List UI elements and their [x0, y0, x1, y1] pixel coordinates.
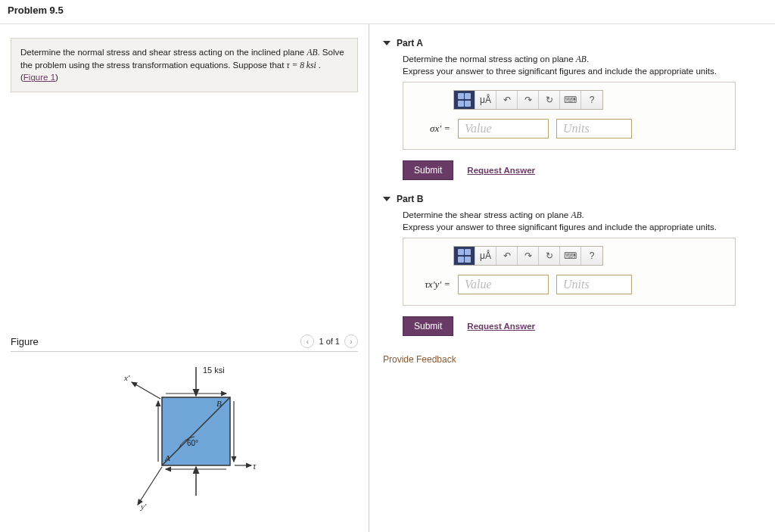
undo-button[interactable]: ↶	[496, 247, 518, 265]
sigma-symbol: σx' =	[420, 123, 450, 135]
undo-button[interactable]: ↶	[496, 91, 518, 109]
caret-down-icon	[383, 197, 391, 201]
part-a-value-input[interactable]: Value	[458, 119, 549, 138]
figure-pager: ‹ 1 of 1 ›	[300, 334, 358, 348]
templates-icon[interactable]	[454, 247, 475, 265]
part-b-submit-button[interactable]: Submit	[403, 316, 453, 336]
part-b-ab: AB	[571, 210, 581, 219]
page: Problem 9.5 Determine the normal stress …	[0, 0, 775, 532]
part-b-directions: Express your answer to three significant…	[403, 222, 767, 232]
content-columns: Determine the normal stress and shear st…	[0, 24, 775, 532]
figure-link[interactable]: Figure 1	[23, 73, 55, 82]
part-a-body: Determine the normal stress acting on pl…	[383, 54, 767, 194]
right-column: Part A Determine the normal stress actin…	[369, 24, 775, 532]
part-a-units-input[interactable]: Units	[556, 119, 632, 138]
part-a-title: Part A	[397, 38, 423, 48]
problem-statement: Determine the normal stress and shear st…	[11, 38, 358, 92]
tau-symbol: τx'y' =	[420, 278, 450, 291]
page-title: Problem 9.5	[0, 0, 775, 24]
part-b-prompt-post: .	[582, 210, 584, 219]
part-a-answer-panel: μÅ ↶ ↷ ↻ ⌨ ? σx' = Value Units	[403, 82, 736, 150]
pager-text: 1 of 1	[319, 337, 340, 346]
part-a-ab: AB	[576, 54, 587, 64]
part-b-toolbar: μÅ ↶ ↷ ↻ ⌨ ?	[453, 246, 603, 266]
part-b-units-input[interactable]: Units	[556, 275, 632, 294]
part-a-button-row: Submit Request Answer	[403, 160, 767, 180]
part-a-request-answer-link[interactable]: Request Answer	[467, 166, 535, 175]
figure-header: Figure ‹ 1 of 1 ›	[11, 334, 358, 352]
left-column: Determine the normal stress and shear st…	[0, 24, 369, 532]
part-b-answer-panel: μÅ ↶ ↷ ↻ ⌨ ? τx'y' = Value Units	[403, 238, 736, 306]
part-b-header[interactable]: Part B	[383, 194, 767, 204]
keyboard-button[interactable]: ⌨	[560, 247, 581, 265]
svg-line-9	[132, 382, 160, 399]
symbols-button[interactable]: μÅ	[475, 91, 496, 109]
reset-button[interactable]: ↻	[539, 247, 560, 265]
provide-feedback-link[interactable]: Provide Feedback	[383, 354, 456, 365]
tau-equation: τ = 8 ksi	[287, 61, 316, 70]
figure-label: Figure	[11, 336, 39, 347]
plane-ab: AB	[307, 48, 317, 57]
help-button[interactable]: ?	[581, 91, 602, 109]
part-a-prompt: Determine the normal stress acting on pl…	[403, 54, 767, 64]
keyboard-button[interactable]: ⌨	[560, 91, 581, 109]
help-button[interactable]: ?	[581, 247, 602, 265]
part-a-directions: Express your answer to three significant…	[403, 67, 767, 76]
symbols-button[interactable]: μÅ	[475, 247, 496, 265]
stress-value-label: 15 ksi	[203, 366, 225, 375]
part-b-input-row: τx'y' = Value Units	[420, 275, 724, 294]
angle-label: 60°	[187, 439, 198, 447]
point-b-label: B	[216, 399, 222, 408]
part-a-header[interactable]: Part A	[383, 38, 767, 48]
part-a-prompt-post: .	[587, 54, 589, 64]
part-b-prompt-pre: Determine the shear stress acting on pla…	[403, 210, 571, 219]
part-a-input-row: σx' = Value Units	[420, 119, 724, 138]
problem-text-4: )	[55, 73, 58, 82]
part-b-value-input[interactable]: Value	[458, 275, 549, 294]
problem-text: Determine the normal stress and shear st…	[20, 48, 307, 57]
part-b-body: Determine the shear stress acting on pla…	[383, 210, 767, 350]
part-b-request-answer-link[interactable]: Request Answer	[467, 322, 535, 331]
caret-down-icon	[383, 41, 391, 45]
part-b-prompt: Determine the shear stress acting on pla…	[403, 210, 767, 219]
part-a-prompt-pre: Determine the normal stress acting on pl…	[403, 54, 576, 64]
part-b-button-row: Submit Request Answer	[403, 316, 767, 336]
redo-button[interactable]: ↷	[518, 91, 539, 109]
tau-label: τ	[253, 461, 256, 472]
y-prime-axis-label: y'	[141, 502, 146, 511]
reset-button[interactable]: ↻	[539, 91, 560, 109]
pager-next-button[interactable]: ›	[344, 334, 358, 348]
part-a-toolbar: μÅ ↶ ↷ ↻ ⌨ ?	[453, 90, 603, 110]
part-a-submit-button[interactable]: Submit	[403, 160, 453, 180]
x-prime-axis-label: x'	[124, 373, 129, 382]
part-b-title: Part B	[397, 194, 423, 204]
templates-icon[interactable]	[454, 91, 475, 109]
svg-line-10	[138, 467, 162, 505]
redo-button[interactable]: ↷	[518, 247, 539, 265]
pager-prev-button[interactable]: ‹	[300, 334, 314, 348]
stress-element-svg	[11, 352, 359, 518]
point-a-label: A	[165, 453, 170, 462]
figure-diagram: 15 ksi 60° A B x' y' τ	[11, 352, 358, 518]
